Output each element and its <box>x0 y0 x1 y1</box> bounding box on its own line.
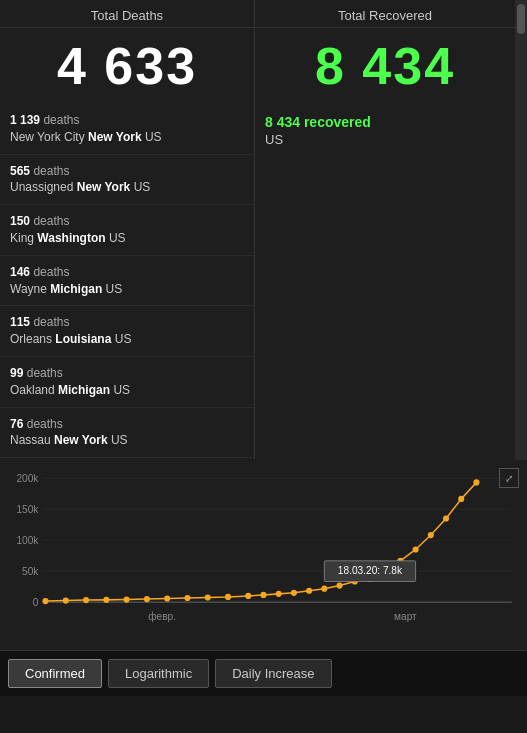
death-item: 146 deathsWayne Michigan US <box>0 256 254 307</box>
tabs-bar: Confirmed Logarithmic Daily Increase <box>0 650 527 696</box>
svg-text:февр.: февр. <box>148 611 176 622</box>
svg-point-16 <box>103 597 109 603</box>
svg-text:150k: 150k <box>16 504 39 515</box>
svg-point-21 <box>205 594 211 600</box>
svg-point-17 <box>124 596 130 602</box>
death-item: 565 deathsUnassigned New York US <box>0 155 254 206</box>
death-item: 1 139 deathsNew York City New York US <box>0 104 254 155</box>
tab-logarithmic[interactable]: Logarithmic <box>108 659 209 688</box>
death-location: Wayne Michigan US <box>10 282 122 296</box>
death-count: 115 <box>10 315 30 329</box>
scrollbar[interactable] <box>515 0 527 460</box>
death-label: deaths <box>33 164 69 178</box>
svg-point-22 <box>225 594 231 600</box>
deaths-list: 1 139 deathsNew York City New York US565… <box>0 104 254 460</box>
svg-text:0: 0 <box>33 597 39 608</box>
death-item: 115 deathsOrleans Louisiana US <box>0 306 254 357</box>
svg-text:100k: 100k <box>16 535 39 546</box>
svg-point-29 <box>337 583 343 589</box>
death-label: deaths <box>27 417 63 431</box>
svg-point-24 <box>260 592 266 598</box>
death-label: deaths <box>33 214 69 228</box>
svg-point-15 <box>83 597 89 603</box>
death-label: deaths <box>33 315 69 329</box>
death-label: deaths <box>33 265 69 279</box>
death-item: 76 deathsNassau New York US <box>0 408 254 459</box>
death-location: King Washington US <box>10 231 126 245</box>
deaths-total: 4 633 <box>0 28 254 104</box>
svg-text:18.03.20: 7.8k: 18.03.20: 7.8k <box>338 565 403 576</box>
death-location: Oakland Michigan US <box>10 383 130 397</box>
svg-point-26 <box>291 590 297 596</box>
death-location: Nassau New York US <box>10 433 128 447</box>
svg-text:март: март <box>394 611 417 622</box>
svg-point-20 <box>184 595 190 601</box>
death-location: New York City New York US <box>10 130 162 144</box>
svg-point-25 <box>276 591 282 597</box>
svg-point-13 <box>42 598 48 604</box>
death-item: 99 deathsOakland Michigan US <box>0 357 254 408</box>
death-count: 565 <box>10 164 30 178</box>
recovered-header: Total Recovered <box>255 0 515 28</box>
scrollbar-thumb[interactable] <box>517 4 525 34</box>
death-count: 146 <box>10 265 30 279</box>
death-label: deaths <box>27 366 63 380</box>
svg-point-38 <box>473 479 479 485</box>
svg-point-35 <box>428 532 434 538</box>
death-count: 76 <box>10 417 23 431</box>
death-count: 1 139 <box>10 113 40 127</box>
svg-point-18 <box>144 596 150 602</box>
death-count: 99 <box>10 366 23 380</box>
svg-text:200k: 200k <box>16 473 39 484</box>
left-panel: Total Deaths 4 633 1 139 deathsNew York … <box>0 0 255 460</box>
chart-area: 200k 150k 100k 50k 0 февр. март <box>10 470 517 630</box>
recovered-count-text: 8 434 recovered <box>265 114 505 130</box>
death-location: Unassigned New York US <box>10 180 150 194</box>
tab-daily-increase[interactable]: Daily Increase <box>215 659 331 688</box>
svg-point-36 <box>443 515 449 521</box>
svg-point-23 <box>245 593 251 599</box>
death-count: 150 <box>10 214 30 228</box>
death-label: deaths <box>43 113 79 127</box>
death-item: 150 deathsKing Washington US <box>0 205 254 256</box>
recovered-country: US <box>265 132 505 147</box>
svg-point-19 <box>164 595 170 601</box>
recovered-total: 8 434 <box>255 28 515 104</box>
chart-container: ⤢ 200k 150k 100k 50k 0 февр. март <box>0 460 527 650</box>
svg-point-34 <box>413 546 419 552</box>
svg-point-37 <box>458 496 464 502</box>
deaths-header: Total Deaths <box>0 0 254 28</box>
svg-point-27 <box>306 588 312 594</box>
svg-point-14 <box>63 597 69 603</box>
svg-text:50k: 50k <box>22 566 39 577</box>
svg-point-28 <box>321 586 327 592</box>
right-panel: Total Recovered 8 434 8 434 recovered US <box>255 0 515 460</box>
chart-svg: 200k 150k 100k 50k 0 февр. март <box>10 470 517 630</box>
death-location: Orleans Louisiana US <box>10 332 131 346</box>
tab-confirmed[interactable]: Confirmed <box>8 659 102 688</box>
recovered-info: 8 434 recovered US <box>255 104 515 157</box>
